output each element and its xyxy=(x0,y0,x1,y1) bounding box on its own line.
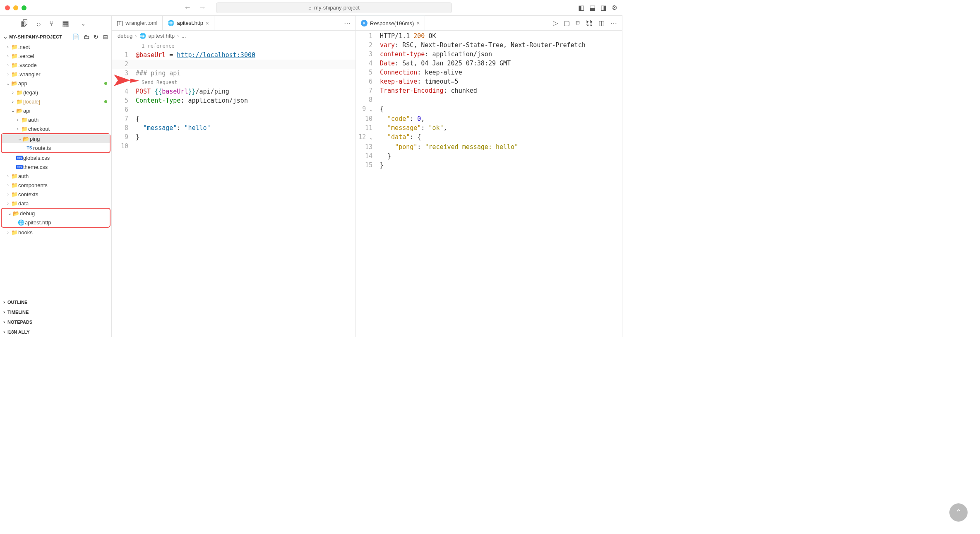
code-editor[interactable]: 1 reference 1@baseUrl = http://localhost… xyxy=(112,41,355,337)
tab-wrangler[interactable]: [T]wrangler.toml xyxy=(112,16,163,30)
tree-folder-auth[interactable]: ›📁auth xyxy=(0,115,111,124)
search-icon[interactable]: ⌕ xyxy=(36,19,41,28)
tree-folder-components[interactable]: ›📁components xyxy=(0,180,111,190)
source-control-icon[interactable]: ⑂ xyxy=(49,19,54,28)
nav-forward[interactable]: → xyxy=(199,3,206,12)
project-name: MY-SHIPANY-PROJECT xyxy=(9,34,62,39)
refresh-icon[interactable]: ↻ xyxy=(94,34,98,40)
http-icon: 🌐 xyxy=(139,33,146,39)
tree-folder-data[interactable]: ›📁data xyxy=(0,199,111,208)
search-icon: ⌕ xyxy=(308,5,312,11)
panel-right-icon[interactable]: ◨ xyxy=(600,4,607,12)
panel-left-icon[interactable]: ◧ xyxy=(578,4,584,12)
tree-folder-locale[interactable]: ›📁[locale] xyxy=(0,97,111,106)
tab-response[interactable]: RResponse(196ms)× xyxy=(356,16,425,30)
section-notepads[interactable]: ›NOTEPADS xyxy=(0,317,111,327)
more-actions-icon[interactable]: ⋯ xyxy=(344,19,351,27)
settings-gear-icon[interactable]: ⚙ xyxy=(612,4,617,12)
tree-folder-wrangler[interactable]: ›📁.wrangler xyxy=(0,70,111,79)
titlebar: ← → ⌕ my-shipany-project ◧ ⬓ ◨ ⚙ xyxy=(0,0,622,16)
tree-file-apitest[interactable]: 🌐apitest.http xyxy=(2,218,110,227)
rest-icon: R xyxy=(361,20,368,26)
window-controls xyxy=(5,5,26,10)
close-icon[interactable]: × xyxy=(206,20,209,26)
extensions-icon[interactable]: ▦ xyxy=(62,19,69,28)
svg-marker-0 xyxy=(114,75,130,86)
new-file-icon[interactable]: 📄 xyxy=(72,34,79,40)
close-window[interactable] xyxy=(5,5,10,10)
codelens-reference[interactable]: 1 reference xyxy=(112,41,355,51)
maximize-window[interactable] xyxy=(22,5,26,10)
save-all-icon[interactable]: ⧉ xyxy=(576,19,580,27)
tree-folder-checkout[interactable]: ›📁checkout xyxy=(0,124,111,133)
save-icon[interactable]: ▢ xyxy=(564,19,570,27)
explorer-header[interactable]: ⌄ MY-SHIPANY-PROJECT 📄 🗀 ↻ ⊟ xyxy=(0,31,111,42)
editor-left: [T]wrangler.toml 🌐apitest.http× ⋯ debug›… xyxy=(112,16,356,337)
tree-folder-app[interactable]: ⌄📂app xyxy=(0,79,111,88)
more-icon[interactable]: ⋯ xyxy=(610,19,617,27)
run-icon[interactable]: ▷ xyxy=(553,19,558,27)
response-viewer[interactable]: 1HTTP/1.1 200 OK 2vary: RSC, Next-Router… xyxy=(356,31,622,337)
annotation-arrow xyxy=(112,70,139,91)
tree-folder-contexts[interactable]: ›📁contexts xyxy=(0,190,111,199)
tree-folder-hooks[interactable]: ›📁hooks xyxy=(0,228,111,237)
project-title: my-shipany-project xyxy=(314,5,360,11)
copy-icon[interactable]: ⿻ xyxy=(586,19,593,27)
tree-folder-vercel[interactable]: ›📁.vercel xyxy=(0,51,111,60)
collapse-icon[interactable]: ⊟ xyxy=(103,34,108,40)
modified-dot xyxy=(104,100,107,103)
command-center[interactable]: ⌕ my-shipany-project xyxy=(216,2,452,13)
tab-apitest[interactable]: 🌐apitest.http× xyxy=(163,16,214,30)
minimize-window[interactable] xyxy=(13,5,18,10)
svg-marker-1 xyxy=(130,79,139,83)
explorer-icon[interactable]: 🗐 xyxy=(21,19,28,28)
modified-dot xyxy=(104,82,107,85)
section-outline[interactable]: ›OUTLINE xyxy=(0,297,111,307)
tree-folder-debug[interactable]: ⌄📂debug xyxy=(2,209,110,218)
highlight-debug: ⌄📂debug 🌐apitest.http xyxy=(1,208,110,228)
tree-folder-ping[interactable]: ⌄📂ping xyxy=(2,134,110,143)
nav-back[interactable]: ← xyxy=(184,3,191,12)
tree-file-globals[interactable]: cssglobals.css xyxy=(0,153,111,162)
highlight-ping: ⌄📂ping TSroute.ts xyxy=(1,133,110,153)
breadcrumb[interactable]: debug› 🌐apitest.http› ... xyxy=(112,31,355,41)
nav-arrows: ← → xyxy=(184,3,206,12)
tree-folder-api[interactable]: ⌄📂api xyxy=(0,106,111,115)
tree-file-theme[interactable]: csstheme.css xyxy=(0,162,111,171)
file-tree: ›📁.next ›📁.vercel ›📁.vscode ›📁.wrangler … xyxy=(0,42,111,297)
section-i18nally[interactable]: ›I18N ALLY xyxy=(0,327,111,337)
tree-folder-next[interactable]: ›📁.next xyxy=(0,42,111,51)
tree-folder-legal[interactable]: ›📁(legal) xyxy=(0,88,111,97)
editor-right: RResponse(196ms)× ▷ ▢ ⧉ ⿻ ◫ ⋯ 1HTTP/1.1 … xyxy=(356,16,622,337)
more-views-icon[interactable]: ⌄ xyxy=(81,20,86,27)
section-timeline[interactable]: ›TIMELINE xyxy=(0,307,111,317)
http-icon: 🌐 xyxy=(168,20,174,26)
new-folder-icon[interactable]: 🗀 xyxy=(84,34,89,40)
tree-folder-auth2[interactable]: ›📁auth xyxy=(0,171,111,180)
panel-bottom-icon[interactable]: ⬓ xyxy=(589,4,596,12)
tree-folder-vscode[interactable]: ›📁.vscode xyxy=(0,60,111,70)
close-icon[interactable]: × xyxy=(416,20,420,26)
toml-icon: [T] xyxy=(117,20,123,26)
sidebar: 🗐 ⌕ ⑂ ▦ ⌄ ⌄ MY-SHIPANY-PROJECT 📄 🗀 ↻ ⊟ ›… xyxy=(0,16,112,337)
send-request-link[interactable]: Send Request xyxy=(112,78,355,87)
tree-file-route[interactable]: TSroute.ts xyxy=(2,143,110,152)
split-icon[interactable]: ◫ xyxy=(598,19,605,27)
